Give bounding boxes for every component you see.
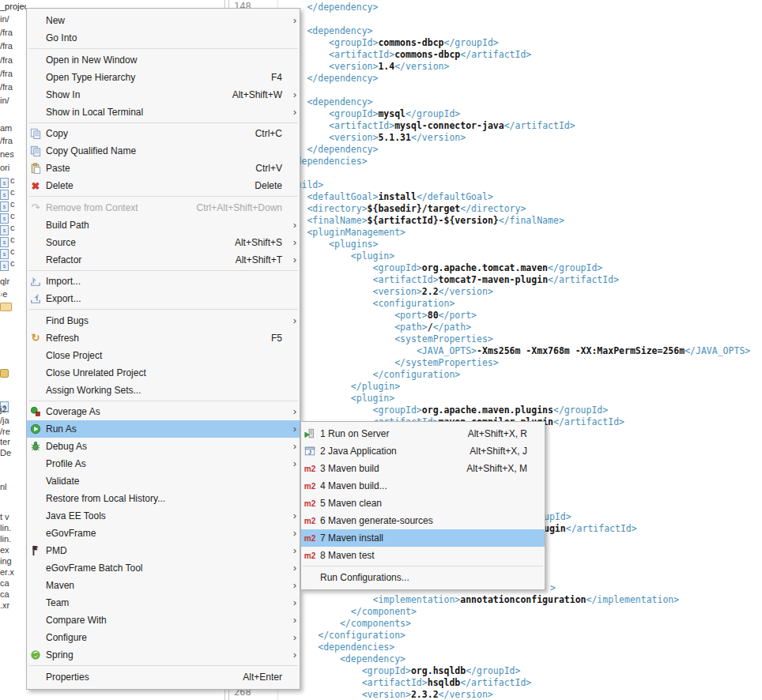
menu-item-label: Refactor	[46, 254, 81, 265]
submenu-item-3-maven-build[interactable]: m23 Maven buildAlt+Shift+X, M	[301, 460, 545, 477]
menu-item-go-into[interactable]: Go Into	[27, 29, 300, 47]
explorer-item-fragment[interactable]: sc	[0, 175, 15, 188]
explorer-item-fragment[interactable]: /fra	[0, 41, 13, 51]
menu-item-debug-as[interactable]: Debug As›	[27, 438, 300, 455]
explorer-item-label: ter	[0, 437, 10, 446]
menu-item-egovframe-batch-tool[interactable]: eGovFrame Batch Tool›	[27, 559, 300, 577]
submenu-arrow-icon: ›	[287, 559, 296, 577]
explorer-item-fragment[interactable]: nes	[0, 149, 14, 159]
menu-item-label: eGovFrame Batch Tool	[46, 563, 143, 574]
explorer-item-fragment[interactable]: in/	[0, 14, 9, 24]
menu-item-show-in-local-terminal[interactable]: Show in Local Terminal›	[27, 103, 300, 121]
explorer-item-fragment[interactable]: sc	[0, 235, 15, 247]
explorer-item-fragment[interactable]: _project	[0, 2, 26, 11]
menu-item-close-project[interactable]: Close Project	[27, 347, 300, 364]
explorer-item-fragment[interactable]: /fra	[0, 55, 13, 65]
explorer-item-label: /fra	[0, 55, 13, 65]
explorer-item-fragment[interactable]: t v	[0, 512, 9, 521]
menu-item-restore-from-local-history[interactable]: Restore from Local History...	[27, 490, 300, 507]
menu-item-coverage-as[interactable]: Coverage As›	[27, 403, 300, 420]
explorer-item-fragment[interactable]: /re	[0, 427, 10, 436]
explorer-item-fragment[interactable]: sc	[0, 187, 15, 200]
explorer-item-fragment[interactable]: /ja	[0, 416, 9, 425]
explorer-item-fragment[interactable]: ori	[0, 163, 9, 172]
menu-item-paste[interactable]: PasteCtrl+V	[27, 160, 300, 177]
explorer-item-fragment[interactable]: am	[0, 123, 12, 133]
menu-item-run-as[interactable]: Run As›	[27, 420, 300, 438]
submenu-item-4-maven-build[interactable]: m24 Maven build...	[301, 477, 545, 495]
menu-item-open-type-hierarchy[interactable]: Open Type HierarchyF4	[27, 69, 300, 86]
menu-item-copy[interactable]: CopyCtrl+C	[27, 125, 300, 142]
menu-item-source[interactable]: SourceAlt+Shift+S›	[27, 234, 300, 251]
explorer-item-fragment[interactable]: lin.	[0, 534, 11, 544]
menu-item-find-bugs[interactable]: Find Bugs›	[27, 312, 300, 329]
submenu-item-1-run-on-server[interactable]: 1 Run on ServerAlt+Shift+X, R	[301, 425, 545, 442]
menu-item-build-path[interactable]: Build Path›	[27, 216, 300, 234]
menu-item-compare-with[interactable]: Compare With›	[27, 612, 300, 629]
menu-item-show-in[interactable]: Show InAlt+Shift+W›	[27, 86, 300, 103]
submenu-arrow-icon: ›	[287, 646, 296, 664]
menu-item-delete[interactable]: ✖DeleteDelete	[27, 177, 300, 194]
menu-item-configure[interactable]: Configure›	[27, 629, 300, 646]
explorer-item-fragment[interactable]: ›e	[0, 289, 7, 299]
menu-item-profile-as[interactable]: Profile As›	[27, 455, 300, 472]
menu-item-open-in-new-window[interactable]: Open in New Window	[27, 51, 300, 69]
menu-item-export[interactable]: Export...	[27, 290, 300, 307]
explorer-item-fragment[interactable]: j2.	[0, 405, 9, 414]
explorer-item-fragment[interactable]: /fra	[0, 28, 13, 37]
menu-item-egovframe[interactable]: eGovFrame›	[27, 525, 300, 542]
explorer-item-fragment[interactable]: ing	[0, 556, 12, 566]
submenu-item-2-java-application[interactable]: J2 Java ApplicationAlt+Shift+X, J	[301, 442, 545, 460]
explorer-item-fragment[interactable]: ca	[0, 589, 9, 599]
menu-item-properties[interactable]: PropertiesAlt+Enter	[27, 668, 300, 686]
menu-item-spring[interactable]: Spring›	[27, 646, 300, 664]
explorer-item-fragment[interactable]: /fra	[0, 82, 13, 92]
explorer-item-label: .xr	[0, 600, 9, 610]
submenu-item-6-maven-generate-sources[interactable]: m26 Maven generate-sources	[301, 512, 545, 529]
menu-item-label: Show In	[46, 89, 80, 100]
code-line: <path>/</path>	[263, 322, 750, 333]
menu-item-maven[interactable]: Maven›	[27, 577, 300, 594]
menu-item-refresh[interactable]: ↻RefreshF5	[27, 329, 300, 347]
menu-item-new[interactable]: New›	[27, 12, 300, 29]
menu-separator	[28, 309, 298, 310]
explorer-item-fragment[interactable]	[0, 303, 12, 313]
code-line: <directory>${basedir}/target</directory>	[263, 203, 750, 215]
submenu-item-7-maven-install[interactable]: m27 Maven install	[301, 529, 545, 547]
submenu-item-run-configurations[interactable]: Run Configurations...	[301, 569, 545, 586]
menu-item-copy-qualified-name[interactable]: Copy Qualified Name	[27, 142, 300, 160]
menu-item-assign-working-sets[interactable]: Assign Working Sets...	[27, 382, 300, 399]
explorer-item-fragment[interactable]: sc	[0, 223, 15, 235]
explorer-item-fragment[interactable]: ex	[0, 545, 9, 555]
explorer-item-fragment[interactable]: qlr	[0, 277, 9, 286]
submenu-arrow-icon: ›	[287, 629, 296, 646]
menu-item-refactor[interactable]: RefactorAlt+Shift+T›	[27, 251, 300, 269]
explorer-item-fragment[interactable]: sc	[0, 211, 15, 224]
explorer-item-fragment[interactable]: De	[0, 448, 11, 457]
explorer-item-fragment[interactable]: sc	[0, 247, 15, 259]
menu-item-pmd[interactable]: PMD›	[27, 542, 300, 559]
submenu-item-8-maven-test[interactable]: m28 Maven test	[301, 547, 545, 564]
menu-item-java-ee-tools[interactable]: Java EE Tools›	[27, 507, 300, 525]
explorer-item-label: c	[10, 235, 15, 244]
menu-item-close-unrelated-project[interactable]: Close Unrelated Project	[27, 364, 300, 382]
explorer-item-fragment[interactable]: /fra	[0, 136, 13, 145]
submenu-item-5-maven-clean[interactable]: m25 Maven clean	[301, 495, 545, 512]
explorer-item-fragment[interactable]	[0, 369, 9, 379]
explorer-item-fragment[interactable]: lin.	[0, 523, 11, 533]
explorer-item-fragment[interactable]: /fra	[0, 69, 13, 78]
explorer-item-fragment[interactable]: ter	[0, 437, 10, 446]
menu-item-validate[interactable]: Validate	[27, 472, 300, 490]
explorer-item-fragment[interactable]: sc	[0, 199, 15, 212]
menu-item-import[interactable]: Import...	[27, 273, 300, 290]
menu-item-remove-from-context[interactable]: ↷Remove from ContextCtrl+Alt+Shift+Down	[27, 199, 300, 216]
menu-item-team[interactable]: Team›	[27, 594, 300, 612]
menu-item-label: Team	[46, 597, 69, 608]
explorer-item-fragment[interactable]: er.x	[0, 567, 14, 577]
explorer-item-fragment[interactable]: .xr	[0, 600, 9, 610]
explorer-item-fragment[interactable]: sc	[0, 258, 15, 271]
explorer-item-fragment[interactable]: nl	[0, 482, 7, 491]
project-explorer-strip[interactable]: _projectin//fra/fra/fra/fra/frain/am/fra…	[0, 0, 26, 700]
explorer-item-fragment[interactable]: ca	[0, 578, 9, 588]
explorer-item-fragment[interactable]: in/	[0, 96, 9, 105]
